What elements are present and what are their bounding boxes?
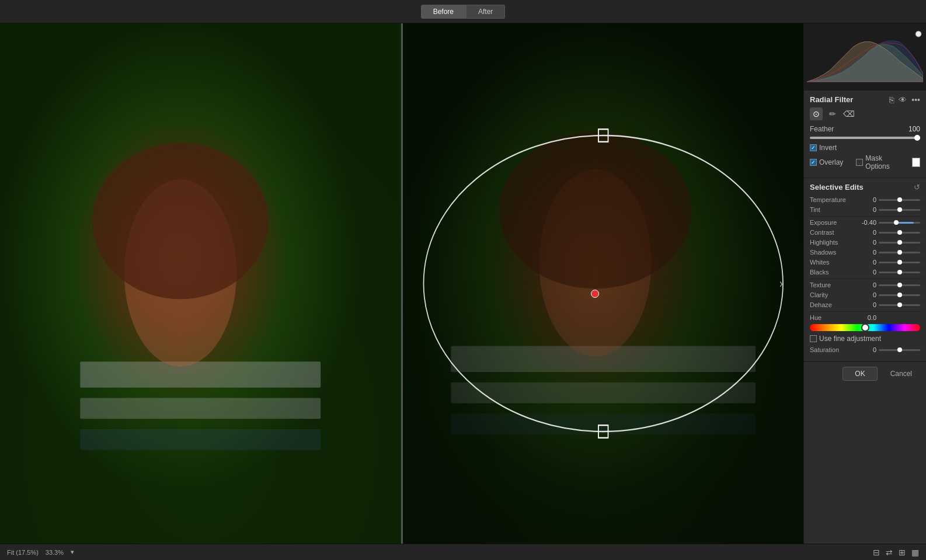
compare-icon[interactable]: ⊟: [873, 548, 880, 556]
hue-thumb[interactable]: [861, 324, 869, 332]
exposure-thumb[interactable]: [894, 220, 899, 225]
selective-edits-title: Selective Edits: [810, 183, 864, 192]
invert-check-box[interactable]: ✓: [810, 144, 817, 151]
blacks-slider[interactable]: [879, 272, 920, 273]
overlay-label: Overlay: [819, 158, 843, 166]
highlights-slider[interactable]: [879, 242, 920, 244]
tint-thumb[interactable]: [897, 207, 902, 212]
after-panel[interactable]: ›: [403, 23, 804, 544]
divider3: [810, 311, 920, 312]
saturation-label: Saturation: [810, 346, 855, 353]
dehaze-row: Dehaze 0: [810, 301, 920, 308]
overlay-check-box[interactable]: ✓: [810, 159, 817, 166]
dehaze-slider[interactable]: [879, 304, 920, 306]
radial-filter-title: Radial Filter: [810, 95, 853, 104]
before-panel: [0, 23, 401, 544]
hue-slider[interactable]: [810, 324, 920, 331]
exposure-value: -0.40: [855, 219, 876, 226]
mask-options-check-box[interactable]: [856, 159, 863, 166]
texture-value: 0: [855, 281, 876, 288]
temperature-thumb[interactable]: [897, 197, 902, 202]
feather-thumb[interactable]: [914, 135, 920, 141]
canvas-area: ›: [0, 23, 803, 544]
blacks-value: 0: [855, 269, 876, 276]
shadows-row: Shadows 0: [810, 249, 920, 256]
texture-thumb[interactable]: [897, 283, 902, 287]
overlay-color-swatch[interactable]: [912, 158, 920, 167]
fit-label: Fit (17.5%): [7, 549, 39, 556]
svg-point-6: [92, 143, 269, 299]
clarity-label: Clarity: [810, 291, 855, 298]
saturation-thumb[interactable]: [897, 347, 902, 352]
after-photo: [403, 23, 804, 544]
eraser-tool-icon[interactable]: ⌫: [843, 107, 855, 120]
fit-icon[interactable]: ⊞: [899, 548, 906, 556]
feather-slider[interactable]: [810, 137, 920, 139]
shadows-value: 0: [855, 249, 876, 256]
fine-adjustment-row: Use fine adjustment: [810, 335, 920, 343]
zoom-level: 33.3%: [46, 549, 64, 556]
blacks-row: Blacks 0: [810, 269, 920, 276]
exposure-fill: [896, 222, 914, 224]
saturation-row: Saturation 0: [810, 346, 920, 353]
whites-slider[interactable]: [879, 262, 920, 263]
svg-rect-3: [80, 398, 321, 419]
shadows-label: Shadows: [810, 249, 855, 256]
copy-icon[interactable]: ⎘: [889, 96, 894, 104]
saturation-value: 0: [855, 346, 876, 353]
svg-rect-4: [80, 429, 321, 450]
contrast-row: Contrast 0: [810, 229, 920, 236]
exposure-slider[interactable]: [879, 222, 920, 224]
temperature-label: Temperature: [810, 196, 855, 203]
mask-options-checkbox[interactable]: Mask Options: [856, 154, 902, 171]
divider1: [810, 216, 920, 217]
svg-rect-2: [80, 361, 321, 388]
eye-icon[interactable]: 👁: [899, 96, 907, 104]
clarity-slider[interactable]: [879, 294, 920, 296]
temperature-slider[interactable]: [879, 199, 920, 201]
divider2: [810, 279, 920, 279]
dehaze-thumb[interactable]: [897, 302, 902, 307]
dehaze-value: 0: [855, 301, 876, 308]
feather-value: 100: [908, 125, 920, 133]
selective-edits-header: Selective Edits ↺: [810, 183, 920, 192]
reset-icon[interactable]: ↺: [914, 183, 920, 192]
before-after-toggle[interactable]: Before After: [421, 5, 506, 19]
selective-edits-section: Selective Edits ↺ Temperature 0: [804, 178, 926, 361]
texture-slider[interactable]: [879, 284, 920, 286]
exposure-row: Exposure -0.40: [810, 219, 920, 226]
blacks-thumb[interactable]: [897, 270, 902, 274]
cancel-button[interactable]: Cancel: [882, 367, 920, 381]
exposure-label: Exposure: [810, 219, 855, 226]
before-button[interactable]: Before: [421, 5, 466, 19]
contrast-thumb[interactable]: [897, 230, 902, 235]
shadows-thumb[interactable]: [897, 250, 902, 255]
radial-tool-icon[interactable]: ⊙: [810, 107, 823, 120]
overlay-row: ✓ Overlay Mask Options: [810, 154, 920, 171]
fine-adjustment-check-box[interactable]: [810, 335, 817, 342]
shadows-slider[interactable]: [879, 252, 920, 253]
swap-icon[interactable]: ⇄: [886, 548, 893, 556]
ok-button[interactable]: OK: [843, 367, 877, 381]
radial-filter-header: Radial Filter ⎘ 👁 •••: [810, 95, 920, 104]
saturation-slider[interactable]: [879, 349, 920, 351]
clarity-thumb[interactable]: [897, 293, 902, 297]
invert-checkbox[interactable]: ✓ Invert: [810, 144, 837, 152]
fine-adjustment-checkbox[interactable]: Use fine adjustment: [810, 335, 881, 343]
invert-label: Invert: [819, 144, 837, 152]
more-icon[interactable]: •••: [911, 96, 920, 104]
contrast-slider[interactable]: [879, 232, 920, 234]
overlay-checkbox[interactable]: ✓ Overlay: [810, 158, 843, 166]
tint-slider[interactable]: [879, 209, 920, 211]
feather-label: Feather: [810, 125, 834, 133]
layout-icon[interactable]: ▦: [911, 548, 919, 556]
highlights-thumb[interactable]: [897, 240, 902, 245]
sliders-container: Temperature 0 Tint 0: [810, 196, 920, 353]
radial-filter-center[interactable]: [591, 290, 599, 298]
highlights-row: Highlights 0: [810, 239, 920, 246]
whites-thumb[interactable]: [897, 260, 902, 265]
after-button[interactable]: After: [466, 5, 505, 19]
brush-tool-icon[interactable]: ✏: [826, 107, 839, 120]
fine-adjustment-label: Use fine adjustment: [819, 335, 881, 343]
zoom-dropdown-icon[interactable]: ▾: [71, 548, 74, 556]
